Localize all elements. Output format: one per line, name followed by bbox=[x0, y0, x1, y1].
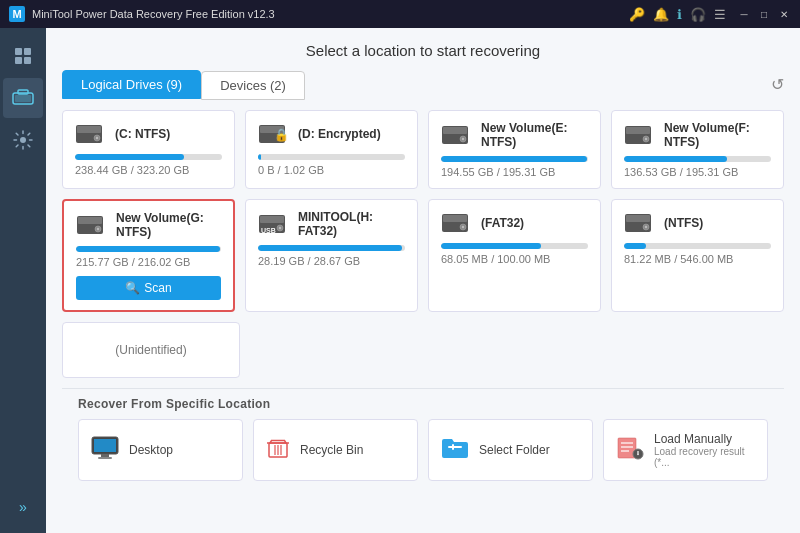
svg-rect-7 bbox=[15, 95, 31, 102]
drive-progress-bg bbox=[624, 156, 771, 162]
drive-info: 🔒 (D: Encrypted) bbox=[258, 121, 405, 147]
drive-info: New Volume(G: NTFS) bbox=[76, 211, 221, 239]
drive-card[interactable]: 🔒 (D: Encrypted) 0 B / 1.02 GB bbox=[245, 110, 418, 189]
svg-point-26 bbox=[645, 138, 647, 140]
svg-rect-5 bbox=[24, 57, 31, 64]
drive-icon bbox=[76, 212, 108, 238]
drive-card[interactable]: (NTFS) 81.22 MB / 546.00 MB bbox=[611, 199, 784, 312]
menu-icon[interactable]: ☰ bbox=[714, 7, 726, 22]
svg-point-22 bbox=[462, 138, 464, 140]
sidebar-item-home[interactable] bbox=[3, 36, 43, 76]
folder-label: Select Folder bbox=[479, 443, 550, 457]
unidentified-drive-card[interactable]: (Unidentified) bbox=[62, 322, 240, 378]
svg-point-13 bbox=[96, 137, 98, 139]
svg-point-61 bbox=[637, 454, 639, 456]
tab-devices[interactable]: Devices (2) bbox=[201, 71, 305, 100]
drive-card[interactable]: New Volume(E: NTFS) 194.55 GB / 195.31 G… bbox=[428, 110, 601, 189]
tab-logical-drives[interactable]: Logical Drives (9) bbox=[62, 70, 201, 99]
svg-point-43 bbox=[645, 226, 647, 228]
drive-name: (FAT32) bbox=[481, 216, 524, 230]
load-label: Load Manually bbox=[654, 432, 755, 446]
drive-info: New Volume(E: NTFS) bbox=[441, 121, 588, 149]
recycle-label: Recycle Bin bbox=[300, 443, 363, 457]
drive-progress-fill bbox=[441, 156, 587, 162]
drive-name: (C: NTFS) bbox=[115, 127, 170, 141]
drive-info: USB MINITOOL(H: FAT32) bbox=[258, 210, 405, 238]
svg-rect-54 bbox=[452, 444, 454, 450]
titlebar: M MiniTool Power Data Recovery Free Edit… bbox=[0, 0, 800, 28]
drive-name: MINITOOL(H: FAT32) bbox=[298, 210, 405, 238]
drive-card[interactable]: New Volume(F: NTFS) 136.53 GB / 195.31 G… bbox=[611, 110, 784, 189]
drives-section: (C: NTFS) 238.44 GB / 323.20 GB 🔒 (D: En… bbox=[46, 110, 800, 533]
drive-name: New Volume(G: NTFS) bbox=[116, 211, 221, 239]
drive-name: New Volume(F: NTFS) bbox=[664, 121, 771, 149]
drive-progress-bg bbox=[258, 154, 405, 160]
drive-info: New Volume(F: NTFS) bbox=[624, 121, 771, 149]
drive-card[interactable]: (C: NTFS) 238.44 GB / 323.20 GB bbox=[62, 110, 235, 189]
svg-rect-28 bbox=[78, 217, 102, 224]
close-button[interactable]: ✕ bbox=[776, 6, 792, 22]
app-title: MiniTool Power Data Recovery Free Editio… bbox=[32, 8, 629, 20]
svg-text:USB: USB bbox=[261, 227, 276, 234]
drive-card[interactable]: USB MINITOOL(H: FAT32) 28.19 GB / 28.67 … bbox=[245, 199, 418, 312]
drive-info: (NTFS) bbox=[624, 210, 771, 236]
svg-rect-4 bbox=[15, 57, 22, 64]
scan-button[interactable]: 🔍 Scan bbox=[76, 276, 221, 300]
info-icon[interactable]: ℹ bbox=[677, 7, 682, 22]
drive-size: 215.77 GB / 216.02 GB bbox=[76, 256, 221, 268]
drive-icon: USB bbox=[258, 211, 290, 237]
minimize-button[interactable]: ─ bbox=[736, 6, 752, 22]
location-grid: Desktop Recycle Bin Select Folder bbox=[78, 419, 768, 491]
svg-rect-2 bbox=[15, 48, 22, 55]
search-icon: 🔍 bbox=[125, 281, 140, 295]
svg-rect-32 bbox=[260, 216, 284, 223]
drive-progress-bg bbox=[624, 243, 771, 249]
drive-size: 194.55 GB / 195.31 GB bbox=[441, 166, 588, 178]
app-container: » Select a location to start recovering … bbox=[0, 28, 800, 533]
drive-progress-bg bbox=[441, 243, 588, 249]
tabs-bar: Logical Drives (9) Devices (2) ↺ bbox=[46, 69, 800, 100]
key-icon[interactable]: 🔑 bbox=[629, 7, 645, 22]
drive-progress-fill bbox=[76, 246, 220, 252]
drive-progress-bg bbox=[75, 154, 222, 160]
svg-point-39 bbox=[462, 226, 464, 228]
headset-icon[interactable]: 🎧 bbox=[690, 7, 706, 22]
sidebar-item-recover[interactable] bbox=[3, 78, 43, 118]
svg-rect-53 bbox=[448, 446, 462, 448]
titlebar-action-icons: 🔑 🔔 ℹ 🎧 ☰ bbox=[629, 7, 726, 22]
drive-progress-fill bbox=[75, 154, 184, 160]
drive-size: 28.19 GB / 28.67 GB bbox=[258, 255, 405, 267]
specific-title: Recover From Specific Location bbox=[78, 397, 768, 411]
load-sublabel: Load recovery result (*... bbox=[654, 446, 755, 468]
drive-icon bbox=[441, 122, 473, 148]
drives-grid: (C: NTFS) 238.44 GB / 323.20 GB 🔒 (D: En… bbox=[62, 110, 784, 312]
bell-icon[interactable]: 🔔 bbox=[653, 7, 669, 22]
expand-arrow[interactable]: » bbox=[11, 491, 35, 523]
drive-info: (FAT32) bbox=[441, 210, 588, 236]
svg-rect-20 bbox=[443, 127, 467, 134]
drive-icon: 🔒 bbox=[258, 121, 290, 147]
location-card-desktop[interactable]: Desktop bbox=[78, 419, 243, 481]
drive-card[interactable]: (FAT32) 68.05 MB / 100.00 MB bbox=[428, 199, 601, 312]
drive-size: 0 B / 1.02 GB bbox=[258, 164, 405, 176]
svg-point-9 bbox=[20, 137, 26, 143]
sidebar-item-settings[interactable] bbox=[3, 120, 43, 160]
maximize-button[interactable]: □ bbox=[756, 6, 772, 22]
drive-name: New Volume(E: NTFS) bbox=[481, 121, 588, 149]
refresh-button[interactable]: ↺ bbox=[771, 75, 784, 94]
svg-rect-47 bbox=[98, 457, 112, 459]
svg-text:🔒: 🔒 bbox=[274, 127, 289, 142]
drive-progress-fill bbox=[624, 243, 646, 249]
specific-section: Recover From Specific Location Desktop R… bbox=[62, 388, 784, 491]
drive-progress-fill bbox=[258, 245, 402, 251]
desktop-label: Desktop bbox=[129, 443, 173, 457]
location-card-folder[interactable]: Select Folder bbox=[428, 419, 593, 481]
location-card-load[interactable]: Load Manually Load recovery result (*... bbox=[603, 419, 768, 481]
page-title: Select a location to start recovering bbox=[46, 28, 800, 69]
drive-size: 136.53 GB / 195.31 GB bbox=[624, 166, 771, 178]
drive-icon bbox=[624, 122, 656, 148]
drive-card[interactable]: New Volume(G: NTFS) 215.77 GB / 216.02 G… bbox=[62, 199, 235, 312]
svg-rect-37 bbox=[443, 215, 467, 222]
location-card-recycle[interactable]: Recycle Bin bbox=[253, 419, 418, 481]
drive-info: (C: NTFS) bbox=[75, 121, 222, 147]
